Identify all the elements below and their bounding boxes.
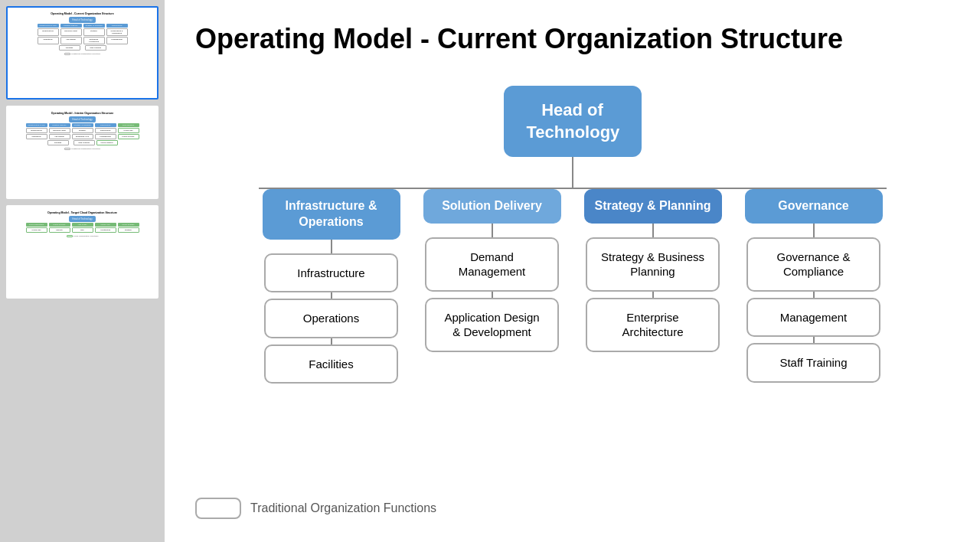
sub-node-strategy-biz: Strategy & BusinessPlanning (586, 237, 720, 292)
sub-node-facilities: Facilities (264, 344, 398, 384)
branch-strategy: Strategy & Planning Strategy & BusinessP… (580, 189, 726, 352)
dept-node-strategy: Strategy & Planning (584, 189, 722, 224)
dept-node-governance: Governance (745, 189, 883, 224)
sub-node-enterprise-arch: EnterpriseArchitecture (586, 298, 720, 352)
branches-row: Infrastructure &Operations Infrastructur… (259, 189, 887, 384)
dept-node-solution: Solution Delivery (423, 189, 561, 224)
branch-infra: Infrastructure &Operations Infrastructur… (259, 189, 404, 384)
legend: Traditional Organization Functions (195, 498, 949, 519)
sub-node-infrastructure: Infrastructure (264, 253, 398, 293)
sub-node-staff-training: Staff Training (746, 343, 880, 383)
sub-node-wrapper-management: Management (746, 298, 880, 338)
sub-node-gov-compliance: Governance &Compliance (746, 237, 880, 292)
page-title: Operating Model - Current Organization S… (195, 23, 949, 55)
sub-node-operations: Operations (264, 299, 398, 338)
slide-thumb-1[interactable]: Operating Model - Current Organization S… (6, 6, 158, 100)
sub-node-wrapper-operations: Operations (264, 299, 398, 338)
sub-node-demand: DemandManagement (425, 237, 559, 292)
sub-node-wrapper-enterprise-arch: EnterpriseArchitecture (586, 298, 720, 352)
org-chart: Head of Technology Infrastructure &Opera… (195, 86, 949, 482)
infra-sub-connectors: Infrastructure Operations Facilities (264, 240, 398, 384)
head-node: Head of Technology (504, 86, 642, 157)
governance-sub-connectors: Governance &Compliance Management Staff … (746, 224, 880, 383)
legend-box (195, 498, 241, 519)
sub-node-wrapper-infrastructure: Infrastructure (264, 253, 398, 293)
slide-thumb-3[interactable]: Operating Model - Target Cloud Organizat… (6, 205, 158, 299)
sub-node-wrapper-facilities: Facilities (264, 344, 398, 384)
strategy-sub-connectors: Strategy & BusinessPlanning EnterpriseAr… (586, 224, 720, 352)
sub-node-wrapper-staff-training: Staff Training (746, 343, 880, 383)
main-panel: Operating Model - Current Organization S… (165, 0, 980, 542)
sub-node-wrapper-strategy-biz: Strategy & BusinessPlanning (586, 237, 720, 292)
legend-text: Traditional Organization Functions (250, 501, 436, 515)
sub-node-wrapper-demand: DemandManagement (425, 237, 559, 292)
slide-thumb-2[interactable]: Operating Model - Interim Organization S… (6, 106, 158, 199)
sub-node-wrapper-appdesign: Application Design& Development (425, 298, 559, 352)
sub-node-wrapper-gov-compliance: Governance &Compliance (746, 237, 880, 292)
head-connector-down (572, 157, 573, 188)
sub-node-management: Management (746, 298, 880, 338)
branch-solution: Solution Delivery DemandManagement Appli… (420, 189, 565, 352)
solution-sub-connectors: DemandManagement Application Design& Dev… (425, 224, 559, 352)
slide-panel: Operating Model - Current Organization S… (0, 0, 165, 542)
branch-governance: Governance Governance &Compliance Manage… (741, 189, 887, 383)
sub-node-appdesign: Application Design& Development (425, 298, 559, 352)
dept-node-infra: Infrastructure &Operations (263, 189, 400, 240)
